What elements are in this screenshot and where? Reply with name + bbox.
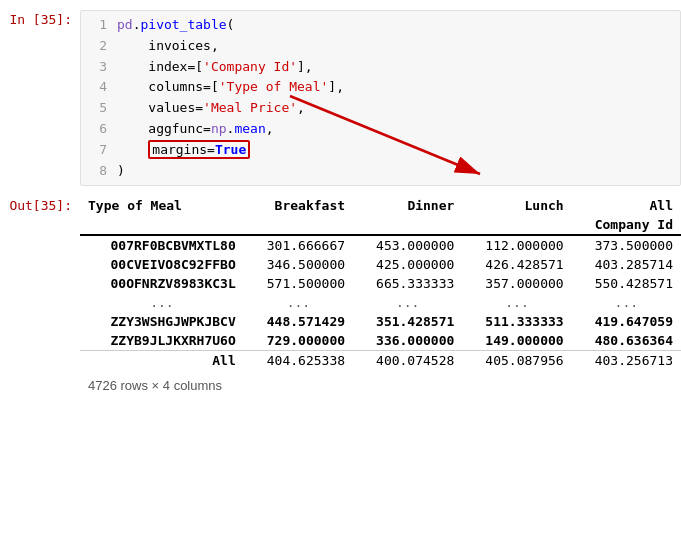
lunch-header: Lunch (462, 196, 571, 215)
column-header-row: Type of Meal Breakfast Dinner Lunch All (80, 196, 681, 215)
all-cell: 403.285714 (572, 255, 681, 274)
all-header: All (572, 196, 681, 215)
output-content: Type of Meal Breakfast Dinner Lunch All … (80, 196, 681, 393)
company-id-cell: 00CVEIVO8C92FFBO (80, 255, 244, 274)
code-line-2: 2 invoices, (89, 36, 672, 57)
line-number-5: 5 (89, 98, 107, 119)
line-number-1: 1 (89, 15, 107, 36)
all-cell: 550.428571 (572, 274, 681, 293)
table-row: 007RF0BCBVMXTL80 301.666667 453.000000 1… (80, 235, 681, 255)
table-row: 00OFNRZV8983KC3L 571.500000 665.333333 3… (80, 274, 681, 293)
ellipsis-lunch: ... (462, 293, 571, 312)
code-line-3: 3 index=['Company Id'], (89, 57, 672, 78)
company-id-cell: 00OFNRZV8983KC3L (80, 274, 244, 293)
dinner-cell: 665.333333 (353, 274, 462, 293)
code-line-6: 6 aggfunc=np.mean, (89, 119, 672, 140)
output-cell: Out[35]: Type of Meal Breakfast Dinner (0, 196, 681, 393)
company-id-subheader-row: Company Id (80, 215, 681, 235)
dinner-cell: 336.000000 (353, 331, 462, 351)
all-dinner-cell: 400.074528 (353, 351, 462, 371)
code-text-5: values='Meal Price', (117, 98, 305, 119)
ellipsis-row: ... ... ... ... ... (80, 293, 681, 312)
code-text-3: index=['Company Id'], (117, 57, 313, 78)
code-text-1: pd.pivot_table( (117, 15, 234, 36)
line-number-7: 7 (89, 140, 107, 161)
all-label-cell: All (80, 351, 244, 371)
ellipsis-id: ... (80, 293, 244, 312)
lunch-cell: 149.000000 (462, 331, 571, 351)
line-number-4: 4 (89, 77, 107, 98)
all-cell: 480.636364 (572, 331, 681, 351)
dinner-cell: 453.000000 (353, 235, 462, 255)
all-total-cell: 403.256713 (572, 351, 681, 371)
code-line-4: 4 columns=['Type of Meal'], (89, 77, 672, 98)
all-cell: 419.647059 (572, 312, 681, 331)
lunch-cell: 511.333333 (462, 312, 571, 331)
table-row: 00CVEIVO8C92FFBO 346.500000 425.000000 4… (80, 255, 681, 274)
ellipsis-dinner: ... (353, 293, 462, 312)
lunch-cell: 426.428571 (462, 255, 571, 274)
dinner-header: Dinner (353, 196, 462, 215)
ellipsis-all: ... (572, 293, 681, 312)
code-text-6: aggfunc=np.mean, (117, 119, 274, 140)
row-count-label: 4726 rows × 4 columns (88, 378, 681, 393)
code-text-4: columns=['Type of Meal'], (117, 77, 344, 98)
pivot-table: Type of Meal Breakfast Dinner Lunch All … (80, 196, 681, 370)
input-cell: In [35]: 1 pd.pivot_table( 2 invoices, 3… (0, 10, 681, 186)
all-lunch-cell: 405.087956 (462, 351, 571, 371)
output-label: Out[35]: (0, 196, 80, 393)
company-id-subheader: Company Id (80, 215, 681, 235)
dinner-cell: 425.000000 (353, 255, 462, 274)
company-id-cell: ZZYB9JLJKXRH7U6O (80, 331, 244, 351)
all-breakfast-cell: 404.625338 (244, 351, 353, 371)
breakfast-header: Breakfast (244, 196, 353, 215)
code-line-8: 8 ) (89, 161, 672, 182)
line-number-3: 3 (89, 57, 107, 78)
table-row: ZZY3WSHGJWPKJBCV 448.571429 351.428571 5… (80, 312, 681, 331)
input-label: In [35]: (0, 10, 80, 186)
dinner-cell: 351.428571 (353, 312, 462, 331)
breakfast-cell: 448.571429 (244, 312, 353, 331)
breakfast-cell: 301.666667 (244, 235, 353, 255)
code-line-1: 1 pd.pivot_table( (89, 15, 672, 36)
code-block: 1 pd.pivot_table( 2 invoices, 3 index=['… (80, 10, 681, 186)
lunch-cell: 112.000000 (462, 235, 571, 255)
breakfast-cell: 346.500000 (244, 255, 353, 274)
breakfast-cell: 571.500000 (244, 274, 353, 293)
type-of-meal-header: Type of Meal (80, 196, 244, 215)
line-number-8: 8 (89, 161, 107, 182)
all-cell: 373.500000 (572, 235, 681, 255)
all-summary-row: All 404.625338 400.074528 405.087956 403… (80, 351, 681, 371)
code-text-7: margins=True (117, 140, 250, 161)
table-row: ZZYB9JLJKXRH7U6O 729.000000 336.000000 1… (80, 331, 681, 351)
notebook-cell: In [35]: 1 pd.pivot_table( 2 invoices, 3… (0, 10, 681, 393)
ellipsis-breakfast: ... (244, 293, 353, 312)
breakfast-cell: 729.000000 (244, 331, 353, 351)
company-id-cell: 007RF0BCBVMXTL80 (80, 235, 244, 255)
code-text-8: ) (117, 161, 125, 182)
lunch-cell: 357.000000 (462, 274, 571, 293)
code-text-2: invoices, (117, 36, 219, 57)
code-line-7: 7 margins=True (89, 140, 672, 161)
line-number-2: 2 (89, 36, 107, 57)
company-id-cell: ZZY3WSHGJWPKJBCV (80, 312, 244, 331)
line-number-6: 6 (89, 119, 107, 140)
code-line-5: 5 values='Meal Price', (89, 98, 672, 119)
